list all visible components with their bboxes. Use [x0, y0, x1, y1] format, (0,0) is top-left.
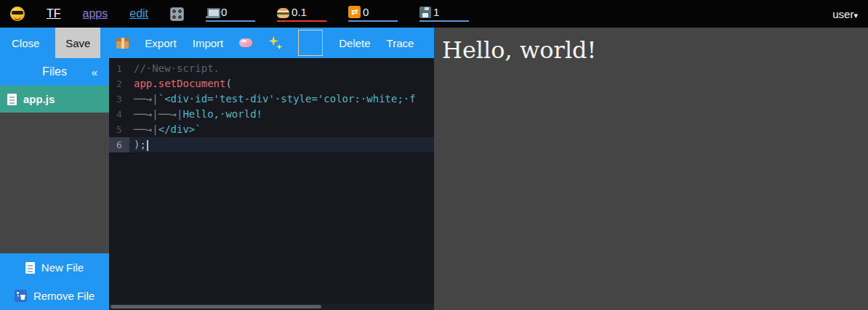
save-button[interactable]: Save [55, 28, 100, 58]
content: Close Save Export Import Delete Trace Fi… [0, 28, 868, 310]
remove-file-button[interactable]: Remove File [0, 282, 109, 310]
code-text: app.setDocument( [129, 76, 232, 91]
files-sidebar: Files « app.js New File Remove File [0, 58, 109, 310]
remove-file-label: Remove File [33, 290, 95, 302]
litter-bin-icon [15, 290, 27, 302]
tab-indicator: ──→| [134, 93, 158, 105]
code-text: ──→|`<div·id='test-div'·style='color:·wh… [129, 91, 416, 107]
workspace: Files « app.js New File Remove File [0, 58, 434, 310]
collapse-sidebar-icon[interactable]: « [92, 66, 97, 78]
export-button[interactable]: Export [145, 37, 176, 49]
code-text: ); [129, 137, 148, 152]
laptop-stat-value: 0 [221, 7, 227, 18]
hamburger-stat-value: 0.1 [292, 7, 307, 18]
close-button[interactable]: Close [12, 37, 39, 49]
horizontal-scrollbar-thumb[interactable] [110, 305, 321, 309]
code-line[interactable]: 4──→|──→|Hello,·world! [109, 107, 434, 122]
file-name: app.js [23, 93, 55, 105]
preview-text: Hello, world! [434, 28, 868, 64]
floppy-disk-icon [419, 7, 431, 18]
code-text: //·New·script. [129, 61, 220, 76]
user-menu-label: user [832, 8, 853, 20]
empty-button[interactable] [298, 30, 323, 56]
delete-button[interactable]: Delete [339, 37, 370, 49]
line-number: 5 [109, 122, 129, 137]
apps-link[interactable]: apps [83, 7, 108, 20]
new-file-button[interactable]: New File [0, 253, 109, 282]
code-line[interactable]: 3──→|`<div·id='test-div'·style='color:·w… [109, 91, 434, 107]
files-header-label: Files [42, 65, 67, 78]
soap-icon-button[interactable] [239, 38, 252, 47]
file-item-appjs[interactable]: app.js [0, 86, 109, 113]
line-number: 1 [109, 61, 129, 76]
new-file-icon [25, 262, 35, 274]
code-line[interactable]: 2app.setDocument( [109, 76, 434, 91]
editor-pane: Close Save Export Import Delete Trace Fi… [0, 28, 434, 310]
top-bar: TF apps edit 0 0.1 ⇄ 0 1 user▾ [0, 0, 868, 28]
files-header: Files « [0, 58, 109, 86]
repeat-stat-field[interactable]: ⇄ 0 [348, 6, 398, 22]
preview-panel: Hello, world! [434, 28, 868, 310]
control-knobs-icon[interactable] [170, 7, 184, 21]
code-line[interactable]: 1//·New·script. [109, 61, 434, 76]
code-text: ──→|──→|Hello,·world! [129, 107, 262, 122]
laptop-icon [206, 8, 219, 18]
tab-indicator: ──→| [158, 108, 183, 120]
toolbar: Close Save Export Import Delete Trace [0, 28, 434, 58]
code-editor[interactable]: 1//·New·script.2app.setDocument(3──→|`<d… [109, 58, 434, 310]
code-text: ──→|</div>` [129, 122, 201, 137]
laptop-stat-field[interactable]: 0 [206, 7, 255, 22]
hamburger-icon [277, 8, 289, 18]
line-number: 4 [109, 107, 129, 122]
sidebar-filler [0, 113, 109, 253]
edit-link[interactable]: edit [129, 7, 148, 20]
smiley-sunglasses-icon[interactable] [10, 7, 25, 21]
trace-button[interactable]: Trace [387, 37, 414, 49]
import-button[interactable]: Import [193, 37, 224, 49]
code-line[interactable]: 5──→|</div>` [109, 122, 434, 137]
floppy-stat-field[interactable]: 1 [419, 7, 469, 22]
file-icon [7, 94, 17, 105]
line-number: 2 [109, 76, 129, 91]
tab-indicator: ──→| [134, 123, 158, 135]
hamburger-stat-field[interactable]: 0.1 [277, 7, 326, 22]
new-file-label: New File [41, 261, 84, 274]
tab-indicator: ──→| [134, 108, 158, 120]
brand-link[interactable]: TF [47, 7, 61, 20]
sparkles-icon-button[interactable] [268, 36, 282, 50]
package-icon-button[interactable] [116, 38, 129, 49]
repeat-arrows-icon: ⇄ [348, 6, 361, 18]
chevron-down-icon: ▾ [853, 11, 858, 20]
line-number: 6 [109, 137, 129, 152]
line-number: 3 [109, 91, 129, 107]
code-line[interactable]: 6); [109, 137, 434, 152]
horizontal-scrollbar[interactable] [109, 303, 434, 310]
floppy-stat-value: 1 [433, 7, 439, 18]
repeat-stat-value: 0 [363, 7, 369, 18]
user-menu[interactable]: user▾ [832, 8, 858, 20]
text-cursor [147, 140, 148, 151]
code-rows: 1//·New·script.2app.setDocument(3──→|`<d… [109, 58, 434, 152]
